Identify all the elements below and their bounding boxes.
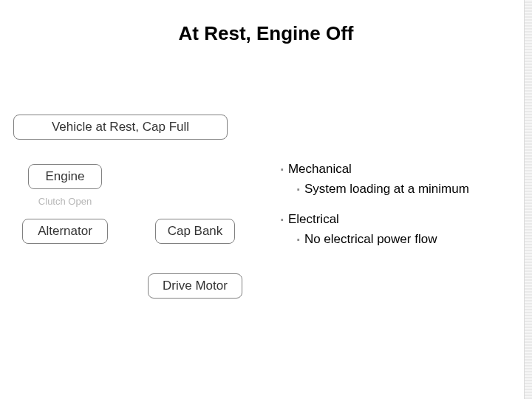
node-alternator: Alternator: [22, 219, 108, 244]
bullet-icon: ▪: [297, 235, 300, 244]
bullet-electrical: ▪Electrical: [281, 211, 517, 228]
slide-title: At Rest, Engine Off: [0, 22, 532, 45]
bullet-mechanical-sub: ▪System loading at a minimum: [297, 181, 517, 198]
node-clutch-open: Clutch Open: [35, 194, 95, 208]
node-drive-motor: Drive Motor: [148, 273, 242, 299]
node-engine: Engine: [28, 164, 102, 189]
bullet-icon: ▪: [297, 185, 300, 194]
bullet-mechanical: ▪Mechanical: [281, 161, 517, 178]
bullet-icon: ▪: [281, 215, 284, 224]
bullet-electrical-sub: ▪No electrical power flow: [297, 231, 517, 248]
node-cap-bank: Cap Bank: [155, 219, 235, 244]
bullet-icon: ▪: [281, 165, 284, 174]
bullet-list: ▪Mechanical ▪System loading at a minimum…: [281, 161, 517, 262]
slide: At Rest, Engine Off Vehicle at Rest, Cap…: [0, 0, 532, 399]
strip-edge-decoration: [524, 0, 532, 399]
node-vehicle-at-rest: Vehicle at Rest, Cap Full: [13, 115, 228, 140]
